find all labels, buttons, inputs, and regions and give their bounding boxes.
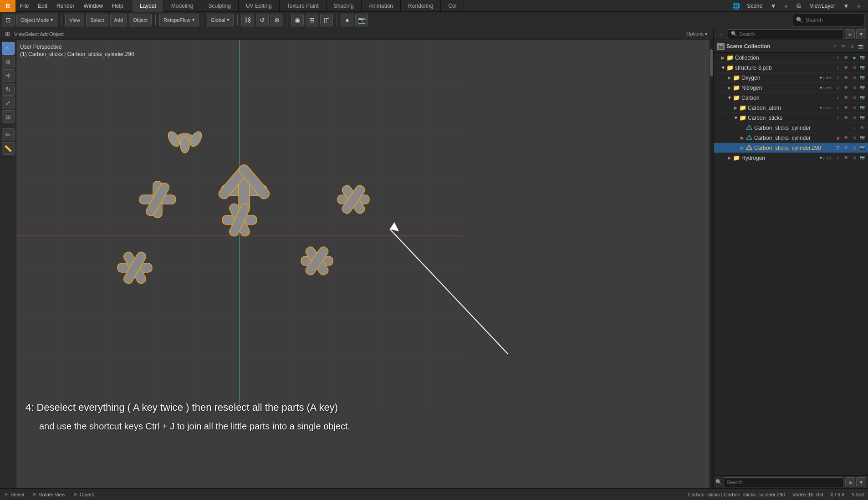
hyd-eye[interactable]: 👁 [842,154,850,162]
csc2-cam[interactable]: 📷 [859,134,866,142]
csc2-expand[interactable]: ▶ [739,135,745,140]
viewport-scrollbar[interactable] [710,40,713,488]
mode-icon[interactable]: ⊡ [2,14,15,26]
str-check[interactable]: ✓ [834,64,842,71]
csc1-arrow[interactable]: → [851,124,858,132]
oxygen-expand[interactable]: ▶ [726,75,733,80]
scale-tool[interactable]: ⤢ [2,97,15,109]
menu-render[interactable]: Render [52,0,79,12]
outliner-row-csc290[interactable]: ▶ Carbon_sticks_cylinder.290 ▽ 👁 ⊙ 📷 [714,143,868,153]
car-check[interactable]: ✓ [834,94,842,102]
col-cam[interactable]: 📷 [859,54,866,61]
structure-expand[interactable]: ▼ [720,65,726,70]
car-dot[interactable]: ⊙ [851,94,858,102]
oxy-check[interactable]: ✓ [834,74,842,82]
cstick-cam[interactable]: 📷 [859,114,866,122]
link-icon[interactable]: ⛓ [241,14,254,26]
select-menu[interactable]: Select [86,14,108,26]
str-dot[interactable]: ⊙ [851,64,858,71]
viewport[interactable]: User Perspective (1) Carbon_sticks | Car… [16,40,713,488]
sphere-icon[interactable]: 🌐 [730,1,741,11]
car-eye[interactable]: 👁 [842,94,850,102]
menu-window[interactable]: Window [79,0,107,12]
hydrogen-expand[interactable]: ▶ [726,155,733,160]
outliner-row-structure[interactable]: ▼ 📁 structure-3.pdb ✓ 👁 ⊙ 📷 [714,63,868,73]
outliner-row-oxygen[interactable]: ▶ 📁 Oxygen ▼₅ ▭₂ ✓ 👁 ⊙ 📷 [714,73,868,83]
snap-icon[interactable]: ⊕ [271,14,283,26]
view-icon2[interactable]: View [14,29,25,39]
nitrogen-expand[interactable]: ▶ [726,85,733,90]
csc290-restrict[interactable]: ⊙ [851,144,858,152]
xray-icon[interactable]: ◫ [320,14,333,26]
scene-hide-icon[interactable]: 👁 [840,43,847,50]
outliner-bottom-filter[interactable]: ≡ [845,477,855,487]
scene-icon[interactable]: ▼ [768,1,779,11]
workspace-animation[interactable]: Animation [362,0,401,12]
car-cam[interactable]: 📷 [859,94,866,102]
workspace-col[interactable]: Col [441,0,464,12]
hyd-dot[interactable]: ⊙ [851,154,858,162]
csc2-restrict[interactable]: ⊙ [851,134,858,142]
outliner-search-input[interactable] [739,31,840,37]
col-dot[interactable]: ● [851,54,858,61]
workspace-texture-paint[interactable]: Texture Paint [280,0,327,12]
annotate-tool[interactable]: ✏ [2,128,15,141]
viewport-shade-icon[interactable]: ● [341,14,353,26]
viewport-scroll-thumb[interactable] [710,49,713,77]
outliner-row-csc2[interactable]: ▶ Carbon_sticks_cylinder ● 👁 ⊙ 📷 [714,133,868,143]
scene-copy-icon[interactable]: ⧉ [793,1,804,11]
oxy-eye[interactable]: 👁 [842,74,850,82]
carbon-sticks-expand[interactable]: ▼ [733,115,739,120]
csc1-eye[interactable]: 👁 [859,124,866,132]
carbon-atom-expand[interactable]: ▶ [733,105,739,110]
object-mode-dropdown[interactable]: Object Mode ▾ [16,14,57,26]
retopoflow-btn[interactable]: RetopoFlow ▾ [159,14,199,26]
scene-check-icon[interactable]: ✓ [831,43,838,50]
col-eye[interactable]: 👁 [842,54,850,61]
add-icon2[interactable]: Add [39,29,50,39]
camera-view-icon[interactable]: 📷 [355,14,368,26]
str-eye[interactable]: 👁 [842,64,850,71]
oxy-cam[interactable]: 📷 [859,74,866,82]
transform-icon[interactable]: ⊞ [306,14,318,26]
menu-edit[interactable]: Edit [33,0,52,12]
outliner-bottom-search-input[interactable] [724,477,843,487]
outliner-row-csc1[interactable]: Carbon_sticks_cylinder → 👁 [714,123,868,133]
menu-file[interactable]: File [15,0,33,12]
outliner-row-carbon[interactable]: ▼ 📁 Carbon ✓ 👁 ⊙ 📷 [714,93,868,103]
outliner-row-carbon-atom[interactable]: ▶ 📁 Carbon_atom ▼₅ ▭₂ ✓ 👁 ⊙ 📷 [714,103,868,113]
csc290-expand[interactable]: ▶ [739,145,745,150]
workspace-rendering[interactable]: Rendering [401,0,441,12]
workspace-shading[interactable]: Shading [327,0,362,12]
nit-dot[interactable]: ⊙ [851,84,858,92]
viewlayer-icon[interactable]: ▼ [841,1,852,11]
view-menu[interactable]: View [65,14,84,26]
hyd-check[interactable]: ✓ [834,154,842,162]
catom-cam[interactable]: 📷 [859,104,866,112]
outliner-row-collection[interactable]: ▶ 📁 Collection ✓ 👁 ● 📷 [714,53,868,63]
hyd-cam[interactable]: 📷 [859,154,866,162]
csc2-red-dot[interactable]: ● [834,134,842,142]
csc290-funnel[interactable]: ▽ [834,144,842,152]
outliner-row-hydrogen[interactable]: ▶ 📁 Hydrogen ▼₅ ▭₂ ✓ 👁 ⊙ 📷 [714,153,868,163]
nit-check[interactable]: ✓ [834,84,842,92]
global-btn[interactable]: Global ▾ [207,14,234,26]
rotate-tool[interactable]: ↻ [2,83,15,96]
workspace-layout[interactable]: Layout [133,0,164,12]
nit-cam[interactable]: 📷 [859,84,866,92]
search-input[interactable] [806,17,860,23]
catom-dot[interactable]: ⊙ [851,104,858,112]
nit-eye[interactable]: 👁 [842,84,850,92]
proportional-icon[interactable]: ◉ [291,14,304,26]
csc290-cam[interactable]: 📷 [859,144,866,152]
scene-new-icon[interactable]: + [781,1,791,11]
cursor-tool[interactable]: ⊕ [2,56,15,68]
add-menu[interactable]: Add [110,14,128,26]
viewlayer-new-icon[interactable]: + [853,1,864,11]
move-tool[interactable]: ✛ [2,69,15,82]
outliner-bottom-arrow[interactable]: ▾ [856,477,866,487]
carbon-expand[interactable]: ▼ [726,95,733,100]
outliner-icon[interactable]: ≡ [715,29,726,39]
workspace-uv-editing[interactable]: UV Editing [239,0,280,12]
outliner-filter-btn[interactable]: ≡ [845,29,855,39]
